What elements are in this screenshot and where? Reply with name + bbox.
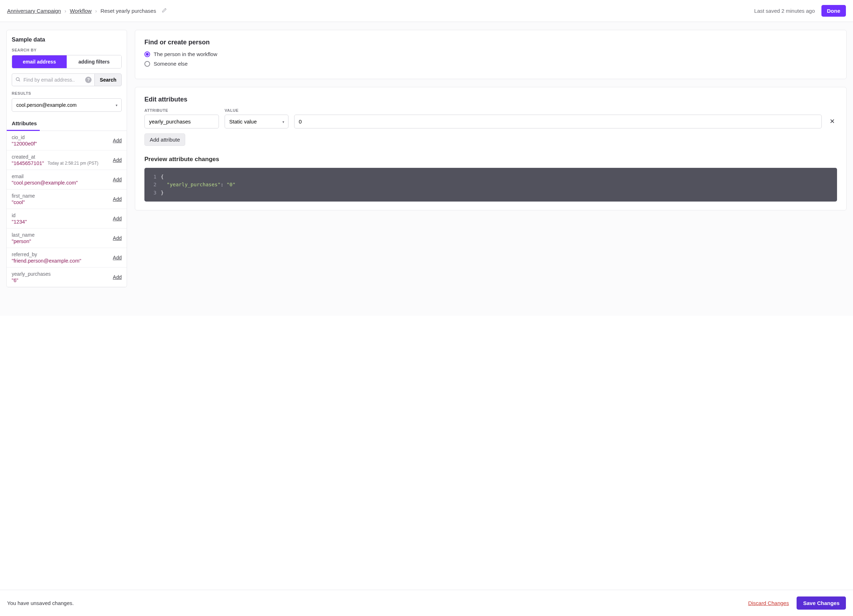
attribute-row: first_name"cool"Add bbox=[7, 190, 127, 209]
attribute-row: cio_id"12000e0f"Add bbox=[7, 131, 127, 150]
sidebar-panel: Sample data SEARCH BY email address addi… bbox=[6, 30, 127, 287]
attribute-key: yearly_purchases bbox=[12, 271, 109, 277]
preview-title: Preview attribute changes bbox=[144, 156, 837, 163]
svg-point-0 bbox=[16, 78, 20, 81]
attribute-key: email bbox=[12, 173, 109, 179]
attribute-value: "cool.person@example.com" bbox=[12, 180, 78, 185]
find-person-title: Find or create person bbox=[144, 39, 837, 46]
attribute-key: cio_id bbox=[12, 135, 109, 140]
chevron-right-icon: › bbox=[95, 8, 97, 14]
attribute-key: last_name bbox=[12, 232, 109, 238]
attribute-value: "12000e0f" bbox=[12, 141, 37, 147]
value-type-select[interactable]: Static value bbox=[225, 115, 288, 129]
breadcrumb: Anniversary Campaign › Workflow › Reset … bbox=[7, 8, 167, 14]
svg-line-1 bbox=[19, 80, 20, 81]
toggle-email[interactable]: email address bbox=[12, 55, 67, 68]
results-select[interactable]: cool.person@example.com bbox=[12, 98, 122, 112]
add-attribute-link[interactable]: Add bbox=[113, 255, 122, 261]
help-icon[interactable]: ? bbox=[85, 77, 91, 83]
sidebar-title: Sample data bbox=[12, 36, 122, 43]
add-attribute-link[interactable]: Add bbox=[113, 274, 122, 280]
attribute-meta: Today at 2:58:21 pm (PST) bbox=[47, 161, 98, 166]
close-icon: ✕ bbox=[830, 118, 835, 125]
attribute-value: "friend.person@example.com" bbox=[12, 258, 81, 264]
attribute-row: email"cool.person@example.com"Add bbox=[7, 170, 127, 190]
header-right: Last saved 2 minutes ago Done bbox=[754, 5, 846, 17]
add-attribute-link[interactable]: Add bbox=[113, 177, 122, 182]
toggle-filters[interactable]: adding filters bbox=[67, 55, 121, 68]
attribute-row: created_at"1645657101"Today at 2:58:21 p… bbox=[7, 150, 127, 170]
attribute-key: created_at bbox=[12, 154, 109, 160]
chevron-right-icon: › bbox=[65, 8, 66, 14]
attribute-value: "person" bbox=[12, 238, 31, 244]
attribute-value: "1234" bbox=[12, 219, 27, 225]
done-button[interactable]: Done bbox=[821, 5, 846, 17]
add-attribute-link[interactable]: Add bbox=[113, 138, 122, 143]
pencil-icon[interactable] bbox=[162, 8, 167, 14]
code-preview: 1{ 2 "yearly_purchases": "0" 3} bbox=[144, 168, 837, 202]
tab-attributes[interactable]: Attributes bbox=[7, 117, 40, 131]
find-person-panel: Find or create person The person in the … bbox=[135, 30, 847, 79]
attribute-key: id bbox=[12, 212, 109, 218]
radio-label: The person in the workflow bbox=[154, 51, 217, 57]
attribute-list: cio_id"12000e0f"Addcreated_at"1645657101… bbox=[7, 131, 127, 287]
add-attribute-link[interactable]: Add bbox=[113, 157, 122, 163]
edit-attributes-title: Edit attributes bbox=[144, 96, 837, 103]
value-col-label: VALUE bbox=[225, 108, 288, 112]
search-mode-toggle: email address adding filters bbox=[12, 55, 122, 68]
search-by-label: SEARCH BY bbox=[12, 48, 122, 52]
last-saved-text: Last saved 2 minutes ago bbox=[754, 8, 815, 14]
radio-person-in-workflow[interactable]: The person in the workflow bbox=[144, 51, 837, 57]
breadcrumb-link-workflow[interactable]: Workflow bbox=[70, 8, 91, 14]
attribute-row: yearly_purchases"6"Add bbox=[7, 267, 127, 287]
attribute-value: "6" bbox=[12, 278, 18, 283]
breadcrumb-link-campaign[interactable]: Anniversary Campaign bbox=[7, 8, 61, 14]
attribute-row: last_name"person"Add bbox=[7, 229, 127, 248]
attribute-key: first_name bbox=[12, 193, 109, 199]
attribute-row: id"1234"Add bbox=[7, 209, 127, 229]
attribute-col-label: ATTRIBUTE bbox=[144, 108, 219, 112]
breadcrumb-current: Reset yearly purchases bbox=[100, 8, 156, 14]
radio-someone-else[interactable]: Someone else bbox=[144, 61, 837, 67]
edit-attributes-panel: Edit attributes ATTRIBUTE VALUE Static v… bbox=[135, 87, 847, 211]
radio-label: Someone else bbox=[154, 61, 188, 67]
results-label: RESULTS bbox=[12, 91, 122, 96]
add-attribute-button[interactable]: Add attribute bbox=[144, 134, 185, 146]
value-input[interactable] bbox=[294, 115, 822, 129]
search-icon bbox=[15, 77, 21, 83]
add-attribute-link[interactable]: Add bbox=[113, 216, 122, 222]
add-attribute-link[interactable]: Add bbox=[113, 196, 122, 202]
search-input[interactable] bbox=[12, 73, 94, 86]
attribute-value: "1645657101" bbox=[12, 160, 44, 166]
header-bar: Anniversary Campaign › Workflow › Reset … bbox=[0, 0, 853, 22]
search-button[interactable]: Search bbox=[94, 73, 122, 86]
attribute-row: referred_by"friend.person@example.com"Ad… bbox=[7, 248, 127, 267]
add-attribute-link[interactable]: Add bbox=[113, 235, 122, 241]
attribute-name-input[interactable] bbox=[144, 115, 219, 129]
attribute-key: referred_by bbox=[12, 252, 109, 257]
remove-attribute-button[interactable]: ✕ bbox=[827, 114, 837, 129]
attribute-value: "cool" bbox=[12, 199, 25, 205]
